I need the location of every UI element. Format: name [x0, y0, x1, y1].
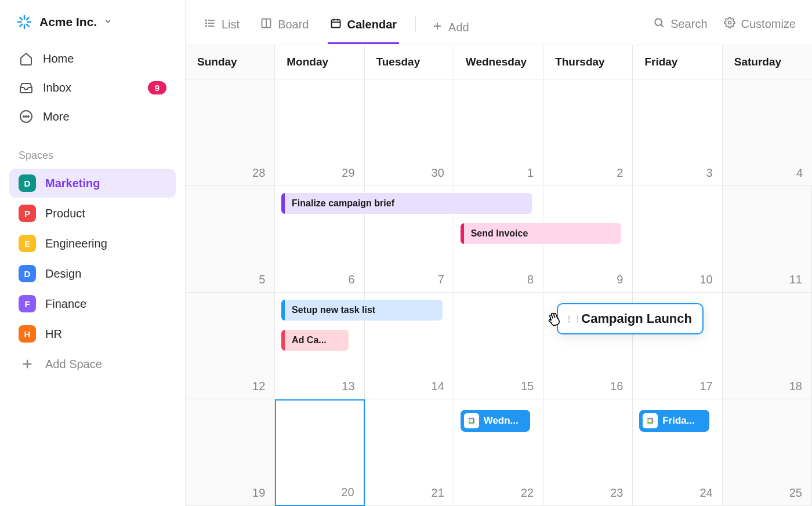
event-label: Setup new task list	[285, 305, 382, 315]
plus-icon	[19, 355, 36, 373]
chevron-down-icon	[104, 17, 112, 27]
gear-icon	[724, 17, 735, 31]
day-cell[interactable]: 20	[275, 399, 364, 506]
workspace-switcher[interactable]: Acme Inc.	[0, 0, 185, 39]
day-cell[interactable]: 3	[633, 79, 722, 186]
space-item[interactable]: HHR	[9, 319, 176, 348]
day-cell[interactable]: 5	[186, 186, 275, 293]
nav-home[interactable]: Home	[9, 44, 176, 73]
search-icon	[653, 17, 665, 31]
day-cell[interactable]: 21	[365, 399, 454, 506]
calendar: SundayMondayTuesdayWednesdayThursdayFrid…	[186, 45, 812, 506]
day-cell[interactable]: 18	[723, 293, 812, 399]
day-number: 4	[796, 166, 803, 180]
dow-header: Sunday	[186, 45, 275, 79]
day-cell[interactable]: 11	[723, 186, 812, 293]
svg-point-17	[206, 26, 207, 27]
space-label: Design	[45, 267, 81, 281]
divider	[415, 16, 416, 32]
event-bar[interactable]: Finalize campaign brief	[281, 193, 532, 214]
svg-point-11	[28, 116, 29, 117]
search-button[interactable]: Search	[653, 17, 707, 31]
event-label: Frida...	[662, 415, 695, 427]
day-number: 15	[521, 380, 534, 393]
space-item[interactable]: DMarketing	[9, 169, 176, 198]
svg-line-25	[661, 24, 663, 27]
day-cell[interactable]: 28	[186, 79, 275, 186]
nav-more[interactable]: More	[9, 102, 176, 131]
svg-rect-36	[652, 419, 653, 422]
week-row: 19202122232425 Wedn... Frida...	[186, 399, 812, 506]
svg-line-4	[20, 17, 22, 20]
view-tab-list[interactable]: List	[202, 10, 242, 44]
day-number: 5	[259, 273, 265, 286]
day-number: 28	[252, 166, 265, 180]
event-bar[interactable]: Setup new task list	[281, 300, 443, 321]
day-cell[interactable]: 19	[186, 399, 275, 506]
nav-inbox[interactable]: Inbox 9	[9, 73, 176, 102]
space-avatar: D	[19, 174, 36, 192]
day-cell[interactable]: 30	[365, 79, 454, 186]
svg-point-26	[728, 21, 731, 24]
space-label: Product	[45, 207, 85, 220]
svg-rect-31	[473, 419, 474, 422]
svg-rect-35	[648, 419, 649, 422]
more-icon	[19, 109, 34, 124]
day-number: 9	[617, 273, 623, 286]
sidebar: Acme Inc. Home Inbox 9	[0, 0, 186, 506]
external-event[interactable]: Frida...	[639, 410, 709, 432]
event-label: Ad Ca...	[285, 335, 334, 345]
space-avatar: D	[19, 265, 36, 282]
add-space-label: Add Space	[45, 358, 102, 371]
day-number: 17	[699, 380, 712, 393]
view-tab-calendar[interactable]: Calendar	[328, 10, 400, 44]
customize-button[interactable]: Customize	[724, 17, 796, 31]
day-number: 23	[610, 486, 623, 500]
main: ListBoardCalendar Add Search Customize S…	[186, 0, 812, 506]
add-space-button[interactable]: Add Space	[9, 350, 176, 378]
day-number: 19	[252, 486, 265, 500]
space-item[interactable]: DDesign	[9, 259, 176, 288]
search-label: Search	[670, 17, 707, 31]
svg-rect-34	[648, 423, 653, 424]
day-cell[interactable]: 29	[275, 79, 364, 186]
day-number: 22	[521, 486, 534, 500]
space-item[interactable]: EEngineering	[9, 229, 176, 258]
external-event[interactable]: Wedn...	[461, 410, 530, 432]
day-cell[interactable]: 2	[543, 79, 633, 186]
svg-rect-30	[469, 419, 470, 422]
calendar-icon	[330, 17, 342, 32]
space-item[interactable]: PProduct	[9, 199, 176, 228]
space-item[interactable]: FFinance	[9, 289, 176, 318]
day-number: 13	[342, 380, 354, 393]
day-number: 25	[789, 486, 802, 500]
view-tab-label: Calendar	[347, 18, 397, 31]
day-cell[interactable]: 10	[633, 186, 722, 293]
logo-icon	[16, 14, 32, 30]
day-number: 30	[432, 166, 444, 180]
toolbar: ListBoardCalendar Add Search Customize	[186, 0, 812, 45]
day-number: 20	[341, 486, 354, 499]
home-icon	[19, 51, 34, 66]
day-cell[interactable]: 25	[723, 399, 812, 506]
week-row: 12131415161718 Setup new task list Ad Ca…	[186, 293, 812, 399]
event-bar[interactable]: Send Invoice	[461, 223, 622, 244]
list-icon	[204, 17, 216, 32]
day-number: 24	[699, 486, 712, 500]
day-cell[interactable]: 1	[454, 79, 543, 186]
view-tab-label: List	[222, 18, 240, 31]
view-tab-label: Board	[278, 18, 309, 31]
day-cell[interactable]: 23	[543, 399, 633, 506]
space-label: Finance	[45, 297, 86, 311]
add-view-button[interactable]: Add	[432, 21, 469, 34]
nav-label: Home	[43, 52, 74, 65]
day-cell[interactable]: 4	[723, 79, 812, 186]
day-number: 29	[342, 166, 354, 180]
week-row: 567891011 Finalize campaign brief Send I…	[186, 186, 812, 293]
day-cell[interactable]: 15	[454, 293, 543, 399]
inbox-badge: 9	[148, 81, 166, 94]
day-cell[interactable]: 12	[186, 293, 275, 399]
event-bar[interactable]: Ad Ca...	[281, 330, 349, 351]
dragging-event-card[interactable]: ⋮⋮ Campaign Launch	[557, 303, 704, 334]
view-tab-board[interactable]: Board	[258, 10, 311, 44]
